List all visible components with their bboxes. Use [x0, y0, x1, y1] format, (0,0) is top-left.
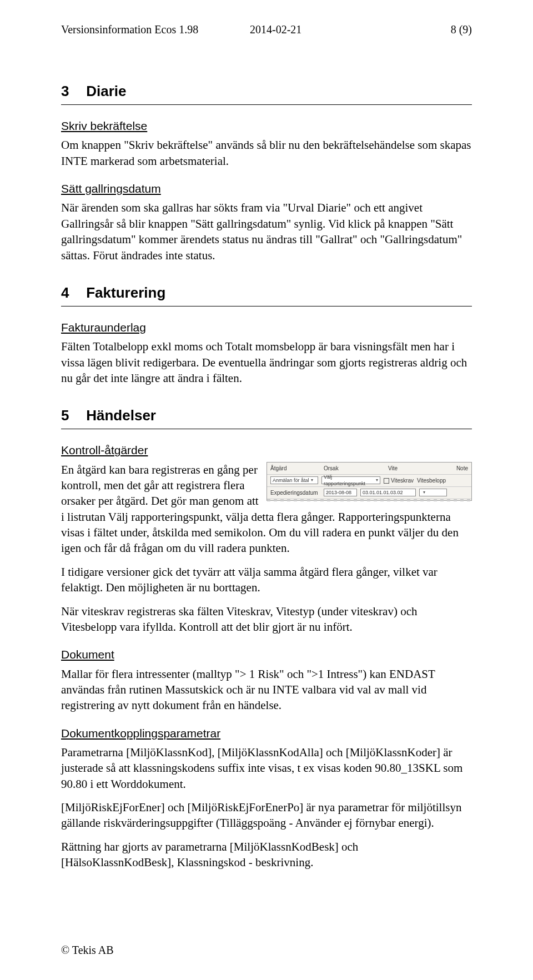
- col-atgard: Åtgärd: [270, 465, 320, 473]
- input-code[interactable]: 03.01.01.01.03.02: [360, 489, 416, 496]
- screenshot-data-row-1: Anmälan för åtal Välj rapporteringspunkt…: [267, 475, 471, 487]
- header-doc-title: Versionsinformation Ecos 1.98: [61, 22, 217, 37]
- input-date[interactable]: 2013-08-08: [324, 489, 357, 496]
- screenshot-header-row: Åtgärd Orsak Vite Note: [267, 463, 471, 475]
- label-viteskrav: Viteskrav: [391, 478, 414, 484]
- para-satt-gallringsdatum: När ärenden som ska gallras har sökts fr…: [61, 200, 472, 263]
- section-4-heading: 4 Fakturering: [61, 283, 472, 306]
- dropdown-valj-rapporteringspunkt[interactable]: Välj rapporteringspunkt: [321, 476, 380, 484]
- subhead-satt-gallringsdatum: Sätt gallringsdatum: [61, 181, 472, 197]
- header-date: 2014-02-21: [217, 22, 405, 37]
- header-page-number: 8 (9): [405, 22, 472, 37]
- para-fakturaunderlag: Fälten Totalbelopp exkl moms och Totalt …: [61, 339, 472, 386]
- dropdown-extra[interactable]: [419, 489, 447, 496]
- subhead-dokumentkopplingsparametrar: Dokumentkopplingsparametrar: [61, 726, 472, 741]
- para-dokument: Mallar för flera intressenter (malltyp "…: [61, 666, 472, 713]
- para-dokparam-2: [MiljöRiskEjForEner] och [MiljöRiskEjFor…: [61, 800, 472, 831]
- section-4-number: 4: [61, 283, 82, 303]
- para-kontroll-2: I tidigare versioner gick det tyvärr att…: [61, 564, 472, 596]
- screenshot-data-row-2: Expedieringsdatum 2013-08-08 03.01.01.01…: [267, 487, 471, 499]
- section-3-heading: 3 Diarie: [61, 82, 472, 105]
- para-kontroll-3: När viteskrav registreras ska fälten Vit…: [61, 604, 472, 635]
- subhead-dokument: Dokument: [61, 647, 472, 662]
- checkbox-viteskrav-wrap: Viteskrav: [384, 477, 414, 485]
- section-3-number: 3: [61, 82, 82, 101]
- section-3-title: Diarie: [86, 83, 126, 99]
- para-dokparam-3: Rättning har gjorts av parametrarna [Mil…: [61, 839, 472, 871]
- dropdown-anmalan[interactable]: Anmälan för åtal: [270, 476, 318, 484]
- section-4-title: Fakturering: [86, 284, 165, 301]
- subhead-skriv-bekraftelse: Skriv bekräftelse: [61, 118, 472, 134]
- section-5-title: Händelser: [86, 407, 156, 424]
- page-footer: © Tekis AB: [61, 943, 114, 958]
- subhead-kontroll-atgarder: Kontroll-åtgärder: [61, 443, 472, 458]
- checkbox-viteskrav[interactable]: [384, 478, 389, 484]
- section-5-heading: 5 Händelser: [61, 406, 472, 429]
- label-vitesbelopp: Vitesbelopp: [417, 477, 468, 485]
- subhead-fakturaunderlag: Fakturaunderlag: [61, 320, 472, 335]
- embedded-screenshot: Åtgärd Orsak Vite Note Anmälan för åtal …: [266, 462, 472, 501]
- col-note: Note: [430, 465, 468, 473]
- para-dokparam-1: Parametrarna [MiljöKlassnKod], [MiljöKla…: [61, 745, 472, 792]
- screenshot-torn-edge: [267, 499, 471, 501]
- col-vite: Vite: [388, 465, 427, 473]
- col-orsak: Orsak: [324, 465, 385, 473]
- label-expedieringsdatum: Expedieringsdatum: [270, 489, 320, 497]
- page-header: Versionsinformation Ecos 1.98 2014-02-21…: [61, 22, 472, 37]
- section-5-number: 5: [61, 406, 82, 425]
- para-skriv-bekraftelse: Om knappen "Skriv bekräftelse" används s…: [61, 137, 472, 169]
